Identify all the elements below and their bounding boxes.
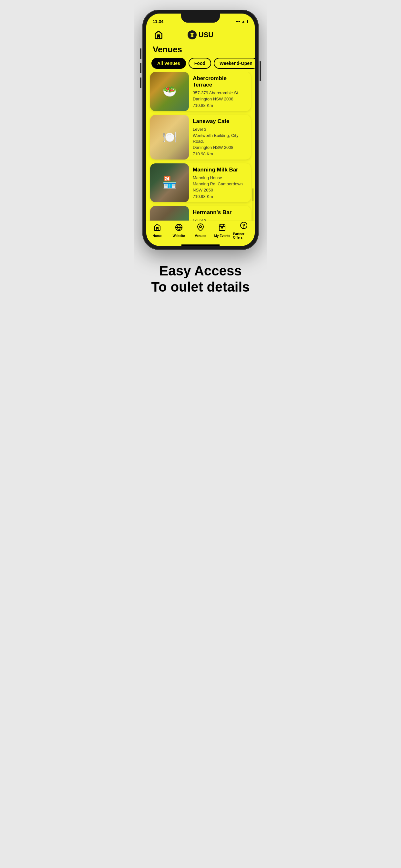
phone-shell: 11:34 ●● ▲ ▮ [143,10,258,250]
venue-distance-manning: 710.98 Km [193,194,247,199]
partner-offers-nav-label: Partner Offers [233,232,255,239]
venues-list: Abercrombie Terrace 357-379 Abercrombie … [146,72,255,221]
status-bar: 11:34 ●● ▲ ▮ [146,13,255,27]
volume-down-button [140,63,142,73]
venue-address-abercrombie: 357-379 Abercrombie StDarlington NSW 200… [193,90,247,102]
scroll-thumb [252,188,253,201]
venues-nav-icon [197,223,204,233]
nav-home[interactable]: Home [146,223,168,238]
filter-all-venues[interactable]: All Venues [151,58,186,69]
svg-point-1 [157,228,158,228]
venue-image-manning [150,163,189,202]
status-icons: ●● ▲ ▮ [236,20,248,24]
home-nav-icon [153,223,161,233]
home-icon-button[interactable] [153,29,164,41]
easy-access-text: Easy Access [151,263,250,279]
wifi-icon: ▲ [242,20,245,23]
phone-screen: 11:34 ●● ▲ ▮ [146,13,255,246]
home-indicator [181,244,220,246]
venue-card-abercrombie[interactable]: Abercrombie Terrace 357-379 Abercrombie … [150,72,251,111]
app-header: USU [146,27,255,43]
usu-badge-icon [188,30,197,39]
footer-text-area: Easy Access To oulet details [151,263,250,296]
filter-food[interactable]: Food [189,58,211,69]
page-title: Venues [153,44,248,55]
venue-address-laneway: Level 3Wentworth Building, City Road,Dar… [193,127,247,151]
svg-point-4 [199,226,202,228]
volume-up-button [140,49,142,59]
home-nav-label: Home [153,234,162,238]
battery-icon: ▮ [246,20,248,24]
website-nav-label: Website [173,234,185,238]
nav-my-events[interactable]: My Events [212,223,233,238]
notch [181,13,220,23]
venue-image-laneway [150,115,189,159]
nav-partner-offers[interactable]: Partner Offers [233,221,255,239]
usu-logo: USU [188,30,213,39]
venue-card-hermanns[interactable]: Hermann's Bar Level 2Wentworth Building,… [150,206,251,221]
partner-offers-nav-icon [240,221,248,231]
filter-tabs: All Venues Food Weekend-Open Retail [146,58,255,72]
scroll-track [252,188,253,221]
page-title-area: Venues [146,43,255,58]
venue-name-laneway: Laneway Cafe [193,118,247,125]
venue-info-manning: Manning Milk Bar Manning HouseManning Rd… [189,163,251,202]
events-nav-icon [218,223,226,233]
venue-name-abercrombie: Abercrombie Terrace [193,75,247,88]
status-time: 11:34 [153,19,163,24]
venue-info-laneway: Laneway Cafe Level 3Wentworth Building, … [189,115,251,159]
outlet-details-text: To oulet details [151,279,250,295]
venue-card-manning[interactable]: Manning Milk Bar Manning HouseManning Rd… [150,163,251,202]
venue-name-manning: Manning Milk Bar [193,166,247,173]
events-nav-label: My Events [214,234,230,238]
website-nav-icon [175,223,183,233]
bottom-nav: Home Website [146,221,255,243]
nav-venues[interactable]: Venues [189,223,211,238]
venue-card-laneway[interactable]: Laneway Cafe Level 3Wentworth Building, … [150,115,251,159]
venue-distance-abercrombie: 710.88 Km [193,103,247,108]
svg-point-0 [158,35,159,36]
venue-address-manning: Manning HouseManning Rd, Camperdown NSW … [193,175,247,193]
venue-address-hermanns: Level 2Wentworth Building, City Road,Dar… [193,218,247,221]
venue-name-hermanns: Hermann's Bar [193,209,247,216]
nav-website[interactable]: Website [168,223,189,238]
venue-image-hermanns [150,206,189,221]
venue-info-hermanns: Hermann's Bar Level 2Wentworth Building,… [189,206,251,221]
venue-image-abercrombie [150,72,189,111]
venues-nav-label: Venues [195,234,206,238]
signal-icon: ●● [236,20,240,23]
app-name: USU [198,31,213,39]
power-button [259,61,261,81]
venue-info-abercrombie: Abercrombie Terrace 357-379 Abercrombie … [189,72,251,111]
filter-weekend-open[interactable]: Weekend-Open [214,58,255,69]
silent-button [140,78,142,88]
venue-distance-laneway: 710.98 Km [193,151,247,156]
